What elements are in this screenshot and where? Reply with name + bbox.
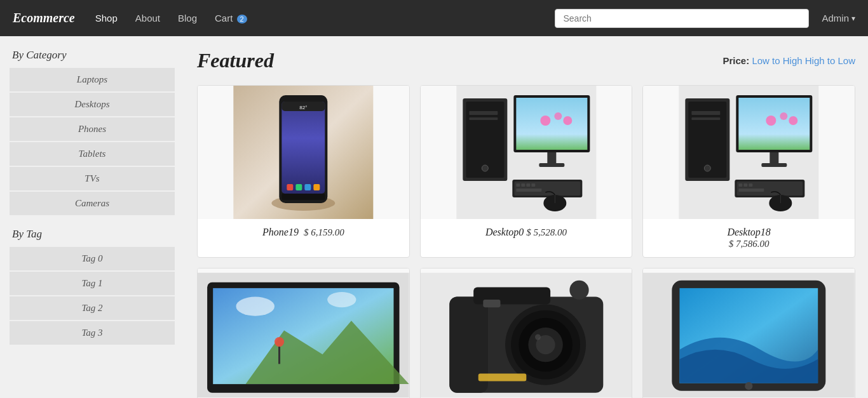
product-image-desktop18 <box>643 86 855 219</box>
svg-rect-48 <box>739 183 743 187</box>
product-price-desktop18: $ 7,586.00 <box>729 239 770 249</box>
sidebar-item-phones[interactable]: Phones <box>10 117 175 141</box>
product-grid: 82° Phone19 $ 6,159.00 <box>197 85 855 398</box>
sidebar-item-tag2[interactable]: Tag 2 <box>10 296 175 320</box>
sidebar-item-tag0[interactable]: Tag 0 <box>10 247 175 270</box>
svg-rect-50 <box>749 183 753 187</box>
nav-cart[interactable]: Cart 2 <box>207 8 255 29</box>
svg-point-20 <box>554 112 562 120</box>
svg-rect-45 <box>762 163 787 167</box>
sidebar-item-desktops[interactable]: Desktops <box>10 93 175 116</box>
nav-blog[interactable]: Blog <box>170 8 205 29</box>
category-section-title: By Category <box>10 49 175 62</box>
main-content: Featured Price: Low to High High to Low <box>184 36 868 398</box>
svg-rect-51 <box>739 189 764 192</box>
product-info-desktop18: Desktop18 $ 7,586.00 <box>643 219 855 257</box>
search-input[interactable] <box>555 9 809 28</box>
price-low-high[interactable]: Low to High <box>752 55 802 66</box>
product-card-camera[interactable]: Camera <box>420 268 633 398</box>
svg-point-21 <box>563 116 572 125</box>
product-name-desktop0: Desktop0 $ 5,528.00 <box>427 227 626 238</box>
svg-rect-30 <box>516 189 541 192</box>
price-label: Price: <box>723 55 750 66</box>
sidebar: By Category Laptops Desktops Phones Tabl… <box>0 36 184 398</box>
svg-point-60 <box>236 297 274 316</box>
svg-point-61 <box>327 292 356 307</box>
svg-point-41 <box>766 116 776 126</box>
product-card-desktop0[interactable]: Desktop0 $ 5,528.00 <box>420 85 633 258</box>
sidebar-item-tag1[interactable]: Tag 1 <box>10 272 175 295</box>
svg-point-78 <box>745 382 753 390</box>
tag-list: Tag 0 Tag 1 Tag 2 Tag 3 <box>10 247 175 345</box>
sidebar-item-cameras[interactable]: Cameras <box>10 192 175 215</box>
category-list: Laptops Desktops Phones Tablets TVs Came… <box>10 68 175 215</box>
price-filter: Price: Low to High High to Low <box>723 55 855 66</box>
featured-title: Featured <box>197 49 274 72</box>
product-card-phone19[interactable]: 82° Phone19 $ 6,159.00 <box>197 85 410 258</box>
product-name-phone19: Phone19 $ 6,159.00 <box>204 227 403 238</box>
svg-rect-29 <box>531 183 535 187</box>
svg-point-58 <box>275 337 284 347</box>
product-image-camera <box>421 269 632 398</box>
svg-rect-37 <box>692 117 721 120</box>
svg-rect-73 <box>478 373 526 381</box>
product-card-desktop18[interactable]: Desktop18 $ 7,586.00 <box>642 85 855 258</box>
svg-point-16 <box>482 165 488 171</box>
product-image-desktop0 <box>421 86 632 219</box>
svg-rect-7 <box>287 184 293 190</box>
admin-label: Admin <box>822 13 849 23</box>
product-price-phone19: $ 6,159.00 <box>304 227 344 237</box>
nav-shop[interactable]: Shop <box>88 8 125 29</box>
product-info-phone19: Phone19 $ 6,159.00 <box>198 219 409 246</box>
svg-point-66 <box>569 281 588 300</box>
svg-rect-28 <box>526 183 530 187</box>
cart-badge: 2 <box>237 15 247 23</box>
product-image-tv <box>198 269 409 398</box>
svg-rect-9 <box>304 184 311 190</box>
tag-section-title: By Tag <box>10 228 175 241</box>
svg-rect-8 <box>295 184 302 190</box>
svg-rect-14 <box>469 111 498 115</box>
sidebar-item-laptops[interactable]: Laptops <box>10 68 175 91</box>
product-image-phone19: 82° <box>198 86 409 219</box>
svg-text:82°: 82° <box>299 105 307 110</box>
product-card-tablet[interactable]: Tablet <box>642 268 855 398</box>
svg-rect-36 <box>692 111 721 115</box>
svg-rect-6 <box>281 194 325 200</box>
svg-rect-18 <box>516 98 587 150</box>
nav-links: Shop About Blog Cart 2 <box>88 8 255 29</box>
svg-rect-74 <box>483 300 500 307</box>
featured-header: Featured Price: Low to High High to Low <box>197 49 855 72</box>
svg-point-42 <box>780 112 788 120</box>
sidebar-item-tag3[interactable]: Tag 3 <box>10 321 175 345</box>
navbar: Ecommerce Shop About Blog Cart 2 Admin <box>0 0 868 36</box>
svg-point-19 <box>540 116 550 126</box>
product-info-desktop0: Desktop0 $ 5,528.00 <box>421 219 632 246</box>
svg-point-38 <box>705 165 711 171</box>
svg-rect-26 <box>516 183 520 187</box>
svg-rect-15 <box>469 117 498 120</box>
sidebar-item-tablets[interactable]: Tablets <box>10 142 175 166</box>
search-container <box>555 9 809 28</box>
svg-rect-3 <box>281 102 325 194</box>
svg-rect-49 <box>744 183 748 187</box>
page-layout: By Category Laptops Desktops Phones Tabl… <box>0 36 868 398</box>
product-card-tv[interactable]: TV <box>197 268 410 398</box>
svg-point-72 <box>535 334 541 340</box>
svg-rect-27 <box>521 183 525 187</box>
product-price-desktop0: $ 5,528.00 <box>526 227 567 237</box>
admin-dropdown[interactable]: Admin <box>822 13 855 23</box>
brand-logo[interactable]: Ecommerce <box>13 11 75 25</box>
product-image-tablet <box>643 269 855 398</box>
svg-rect-23 <box>539 163 564 167</box>
product-name-desktop18: Desktop18 <box>727 227 770 237</box>
svg-rect-10 <box>313 184 320 190</box>
svg-point-43 <box>789 116 798 125</box>
price-high-low[interactable]: High to Low <box>805 55 855 66</box>
nav-about[interactable]: About <box>128 8 168 29</box>
sidebar-item-tvs[interactable]: TVs <box>10 167 175 190</box>
